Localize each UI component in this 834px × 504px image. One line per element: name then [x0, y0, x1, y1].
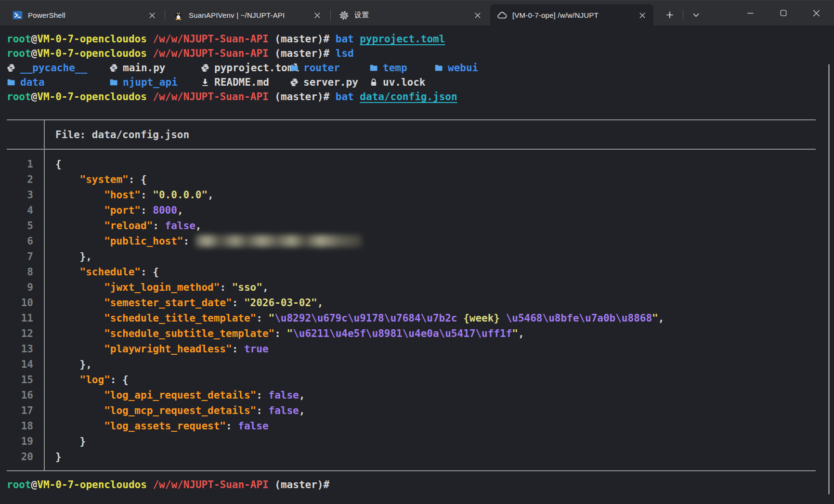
code-line-19: 19 }	[7, 434, 816, 449]
code-content: "host": "0.0.0.0",	[44, 187, 214, 203]
powershell-icon	[13, 10, 23, 20]
text-segment: "	[652, 312, 658, 324]
code-line-10: 10 "semester_start_date": "2026-03-02",	[7, 295, 816, 310]
code-content: "schedule": {	[44, 264, 159, 280]
file-name: pyproject.toml	[214, 62, 300, 74]
cloud-icon	[497, 10, 507, 20]
tab-powershell[interactable]: PowerShell	[6, 4, 163, 26]
line-number: 5	[7, 218, 44, 233]
line-number: 18	[7, 418, 44, 434]
text-segment	[55, 328, 104, 339]
file-name: webui	[448, 62, 478, 74]
text-segment: VM-0-7-opencloudos	[37, 479, 147, 491]
code-line-9: 9 "jwxt_login_method": "sso",	[7, 280, 816, 295]
text-segment: "log"	[80, 374, 110, 386]
line-number: 19	[7, 434, 44, 449]
line-number: 13	[7, 341, 44, 357]
close-tab-icon[interactable]	[470, 8, 485, 23]
close-tab-icon[interactable]	[310, 8, 325, 23]
text-segment: (master)#	[269, 479, 336, 491]
line-number: 8	[7, 264, 44, 280]
text-segment: :	[232, 297, 244, 309]
line-number: 1	[7, 156, 44, 172]
text-segment: :	[220, 282, 232, 293]
text-segment: root	[7, 48, 31, 59]
code-line-1: 1{	[7, 156, 816, 172]
text-segment	[55, 312, 104, 324]
python-icon	[7, 64, 15, 72]
close-tab-icon[interactable]	[635, 8, 650, 23]
text-segment: /w/w/NJUPT-Suan-API	[153, 33, 268, 45]
python-icon	[201, 64, 209, 72]
code-line-14: 14 },	[7, 357, 816, 372]
bat-file-name: File: data/config.json	[55, 129, 189, 141]
tab-vm-ssh[interactable]: [VM-0-7-ope] /w/w/NJUPT	[490, 4, 653, 26]
text-segment: \u5468\u8bfe\u7a0b\u8868	[506, 312, 652, 324]
line-number: 4	[7, 203, 44, 218]
code-line-4: 4 "port": 8000,	[7, 203, 816, 218]
file-item-README.md: README.md	[201, 75, 269, 90]
file-item-main.py: main.py	[109, 61, 166, 75]
lock-icon	[369, 78, 378, 87]
text-segment: ,	[299, 389, 305, 401]
line-number: 10	[7, 295, 44, 310]
tab-wsl-venv[interactable]: SuanAPIVenv | ~/NJUPT-API	[167, 4, 328, 26]
new-tab-button[interactable]	[661, 7, 679, 23]
tab-settings[interactable]: 设置	[332, 4, 489, 26]
text-segment: false	[269, 389, 299, 401]
text-segment: : {	[129, 174, 147, 185]
code-content: "schedule_title_template": "\u8292\u679c…	[44, 310, 664, 326]
text-segment	[55, 405, 104, 416]
code-content: "system": {	[44, 172, 147, 187]
text-segment: "schedule_title_template"	[104, 312, 256, 324]
code-line-11: 11 "schedule_title_template": "\u8292\u6…	[7, 310, 816, 326]
file-link[interactable]: pyproject.toml	[360, 33, 445, 45]
close-tab-icon[interactable]	[145, 8, 159, 23]
tux-icon	[173, 10, 183, 20]
text-segment: :	[183, 235, 195, 247]
maximize-button[interactable]	[769, 0, 798, 26]
folder-icon	[290, 64, 299, 72]
lsd-output-row: __pycache__ main.py pyproject.toml route…	[7, 61, 834, 75]
folder-icon	[109, 78, 118, 87]
file-item-data: data	[7, 75, 45, 90]
text-segment: },	[55, 359, 92, 370]
text-segment	[55, 189, 104, 201]
text-segment: ,	[658, 312, 665, 324]
tab-title: 设置	[354, 11, 467, 20]
tab-separator	[683, 10, 683, 20]
text-segment: "log_mcp_request_details"	[104, 405, 256, 416]
tab-dropdown-button[interactable]	[687, 7, 705, 23]
line-number: 16	[7, 388, 44, 403]
code-content: "reload": false,	[44, 218, 201, 233]
file-link[interactable]: data/config.json	[360, 91, 457, 103]
text-segment: "system"	[80, 174, 129, 185]
text-segment: bat	[336, 33, 360, 45]
text-segment: ,	[195, 220, 202, 232]
text-segment: "host"	[104, 189, 141, 201]
text-segment: /w/w/NJUPT-Suan-API	[153, 48, 268, 59]
text-segment: ,	[317, 297, 324, 309]
text-segment: "reload"	[104, 220, 153, 232]
text-segment: /w/w/NJUPT-Suan-API	[153, 479, 268, 491]
text-segment: :	[232, 343, 244, 355]
line-number: 9	[7, 280, 44, 295]
text-segment: \u8292\u679c\u9178\u7684\u7b2c	[274, 312, 457, 324]
text-segment: {	[55, 158, 62, 170]
file-name: data	[20, 77, 45, 88]
file-item-njupt_api: njupt_api	[109, 75, 178, 90]
terminal-viewport[interactable]: root@VM-0-7-opencloudos /w/w/NJUPT-Suan-…	[0, 26, 834, 504]
text-segment	[55, 297, 104, 309]
text-segment: "log_api_request_details"	[104, 389, 256, 401]
close-button[interactable]	[801, 0, 831, 26]
text-segment	[55, 235, 104, 247]
line-number: 6	[7, 233, 44, 249]
scrollbar[interactable]	[828, 64, 830, 494]
minimize-button[interactable]	[735, 0, 765, 26]
code-content: }	[44, 449, 62, 465]
line-number: 14	[7, 357, 44, 372]
text-segment: "	[287, 328, 293, 339]
code-line-8: 8 "schedule": {	[7, 264, 816, 280]
file-item-pyproject.toml: pyproject.toml	[201, 61, 300, 75]
text-segment: @	[31, 48, 38, 59]
